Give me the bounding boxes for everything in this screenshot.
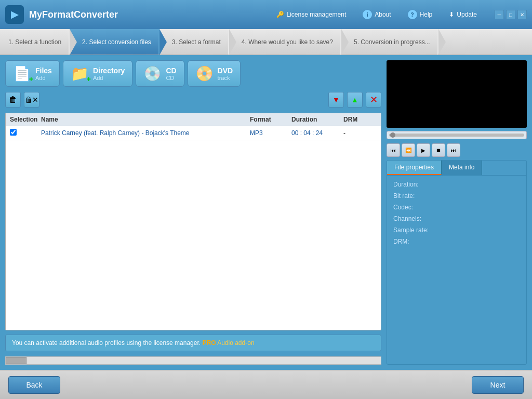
prop-channels: Channels: (393, 215, 520, 222)
file-icon: 📄 (13, 65, 31, 82)
properties-body: Duration: Bit rate: Codec: Channels: Sam… (387, 176, 526, 255)
file-list-body: Patrick Carney (feat. Ralph Carney) - Bo… (6, 126, 381, 330)
plus-badge: + (29, 75, 33, 83)
row-name[interactable]: Patrick Carney (feat. Ralph Carney) - Bo… (37, 127, 246, 139)
info-bar: You can activate additional audio profil… (5, 335, 381, 351)
cd-icon: 💿 (143, 65, 162, 82)
move-up-button[interactable]: ▲ (347, 92, 363, 108)
pro-label: PRO (202, 339, 216, 347)
row-drm: - (339, 127, 381, 139)
stop-button[interactable]: ⏹ (432, 143, 445, 157)
update-button[interactable]: ⬇ Update (445, 9, 481, 20)
dvd-btn-text: DVD track (218, 66, 233, 81)
about-button[interactable]: i About (358, 8, 395, 21)
rewind-button[interactable]: ⏮ (387, 143, 400, 157)
arrow-down-icon: ▼ (332, 96, 340, 104)
back-button[interactable]: Back (8, 376, 60, 394)
media-seek[interactable] (389, 134, 524, 137)
move-down-button[interactable]: ▼ (328, 92, 344, 108)
step-1[interactable]: 1. Select a function (0, 29, 70, 55)
app-logo: ▶ (5, 5, 24, 24)
preview-video (387, 60, 527, 128)
addon-link[interactable]: Audio add-on (217, 339, 254, 347)
prop-label-duration: Duration: (393, 181, 440, 188)
row-format: MP3 (246, 127, 287, 139)
prop-label-samplerate: Sample rate: (393, 227, 440, 234)
prop-samplerate: Sample rate: (393, 227, 520, 234)
cd-button[interactable]: 💿 CD CD (136, 60, 184, 87)
remove-from-list-button[interactable]: 🗑 (5, 92, 21, 108)
help-button[interactable]: ? Help (404, 8, 437, 21)
folder-icon: 📁 (71, 65, 89, 82)
playback-buttons: ⏮ ⏪ ▶ ⏹ ⏭ (387, 143, 527, 157)
horizontal-scrollbar[interactable] (5, 356, 381, 365)
step-5[interactable]: 5. Conversion in progress... (341, 29, 438, 55)
next-button[interactable]: Next (472, 376, 524, 394)
prop-label-channels: Channels: (393, 215, 440, 222)
remove-all-button[interactable]: 🗑✕ (24, 92, 39, 108)
left-panel: 📄 + Files Add 📁 + Directory Add (5, 60, 381, 365)
remove-all-icon: 🗑✕ (25, 96, 38, 104)
dvd-icon: 📀 (195, 65, 214, 82)
info-icon: i (363, 10, 372, 19)
step-3[interactable]: 3. Select a format (159, 29, 229, 55)
row-checkbox[interactable] (10, 129, 17, 136)
play-button[interactable]: ▶ (417, 143, 430, 157)
help-icon: ? (408, 10, 417, 19)
license-icon: 🔑 (276, 11, 284, 18)
header-selection: Selection (6, 113, 37, 126)
source-buttons: 📄 + Files Add 📁 + Directory Add (5, 60, 381, 87)
info-bar-text: You can activate additional audio profil… (12, 339, 201, 347)
dvd-button[interactable]: 📀 DVD track (188, 60, 241, 87)
header-format: Format (246, 113, 287, 126)
remove-icon: 🗑 (9, 95, 17, 104)
restore-button[interactable]: □ (506, 10, 515, 19)
properties-panel: File properties Meta info Duration: Bit … (387, 160, 527, 365)
header-drm: DRM (339, 113, 381, 126)
prop-label-codec: Codec: (393, 204, 440, 211)
delete-button[interactable]: ✕ (366, 92, 381, 108)
minimize-button[interactable]: ─ (495, 10, 504, 19)
delete-icon: ✕ (370, 94, 378, 105)
seek-thumb[interactable] (390, 132, 395, 138)
prop-drm: DRM: (393, 238, 520, 245)
file-list-header: Selection Name Format Duration DRM (6, 113, 381, 126)
step-forward-button[interactable]: ⏭ (447, 143, 460, 157)
cd-btn-text: CD CD (166, 66, 176, 81)
prop-bitrate: Bit rate: (393, 192, 520, 200)
prop-duration: Duration: (393, 181, 520, 188)
files-btn-text: Files Add (35, 66, 52, 81)
titlebar: ▶ MyFormatConverter 🔑 License management… (0, 0, 532, 29)
license-management-button[interactable]: 🔑 License management (272, 9, 351, 20)
prop-codec: Codec: (393, 204, 520, 211)
bottom-bar: Back Next (0, 370, 532, 399)
steps-bar: 1. Select a function 2. Select conversio… (0, 29, 532, 55)
prop-label-drm: DRM: (393, 238, 440, 245)
tool-row: 🗑 🗑✕ ▼ ▲ ✕ (5, 91, 381, 109)
row-checkbox-cell (6, 126, 37, 140)
close-button[interactable]: ✕ (517, 10, 527, 19)
step-back-button[interactable]: ⏪ (402, 143, 415, 157)
directory-add-button[interactable]: 📁 + Directory Add (63, 60, 132, 87)
file-list-container: Selection Name Format Duration DRM Patri… (5, 113, 381, 330)
media-controls (387, 131, 527, 139)
scroll-thumb[interactable] (6, 357, 26, 364)
step-4[interactable]: 4. Where would you like to save? (229, 29, 341, 55)
tab-file-properties[interactable]: File properties (387, 161, 442, 175)
step-2[interactable]: 2. Select conversion files (70, 29, 159, 55)
right-panel: ⏮ ⏪ ▶ ⏹ ⏭ File properties Meta info Dura… (387, 60, 527, 365)
app-title: MyFormatConverter (29, 9, 272, 20)
files-add-button[interactable]: 📄 + Files Add (5, 60, 60, 87)
directory-btn-text: Directory Add (93, 66, 125, 81)
prop-label-bitrate: Bit rate: (393, 192, 440, 200)
header-duration: Duration (287, 113, 339, 126)
arrow-up-icon: ▲ (351, 96, 358, 104)
properties-tabs: File properties Meta info (387, 161, 526, 176)
plus-badge-dir: + (87, 75, 91, 83)
update-icon: ⬇ (449, 11, 454, 18)
row-duration: 00 : 04 : 24 (287, 127, 339, 139)
tab-meta-info[interactable]: Meta info (442, 161, 482, 175)
main-content: 📄 + Files Add 📁 + Directory Add (0, 55, 532, 370)
table-row[interactable]: Patrick Carney (feat. Ralph Carney) - Bo… (6, 126, 381, 140)
titlebar-actions: 🔑 License management i About ? Help ⬇ Up… (272, 8, 527, 21)
